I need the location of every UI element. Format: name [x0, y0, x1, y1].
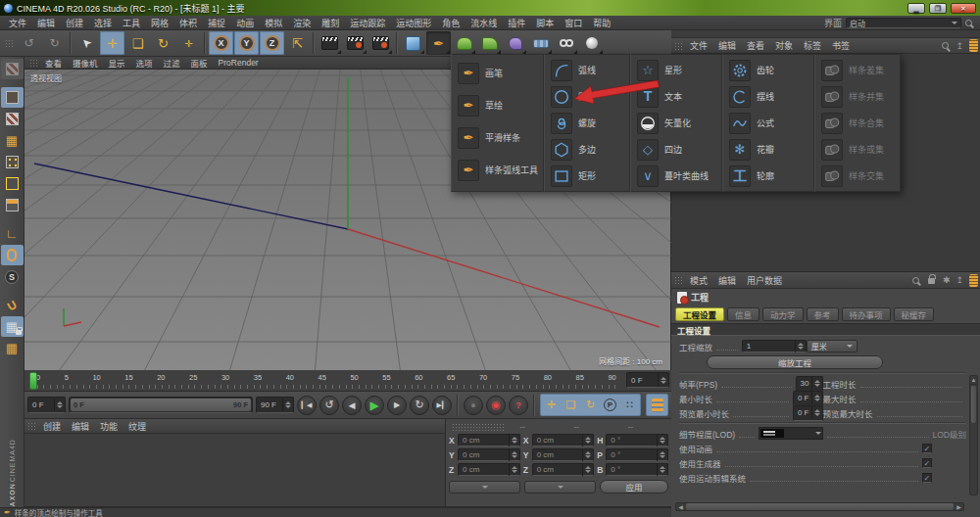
menu-item[interactable]: 网格 — [146, 16, 173, 30]
panel-grip[interactable] — [27, 422, 35, 430]
menu-item[interactable]: 文件 — [4, 16, 31, 30]
position-z-field[interactable]: 0 cm — [458, 463, 520, 476]
use-animation-checkbox[interactable]: ✓ — [922, 444, 932, 453]
menu-item[interactable]: 选择 — [89, 16, 117, 30]
previous-frame-button[interactable]: ◀ — [342, 396, 362, 415]
size-x-field[interactable]: 0 cm — [532, 434, 595, 446]
layout-select[interactable]: 启动 — [846, 18, 961, 28]
menu-item[interactable]: 角色 — [437, 16, 465, 30]
panel-tab-grip[interactable] — [969, 39, 978, 52]
render-settings-button[interactable] — [368, 31, 393, 55]
spinner-arrows-icon[interactable] — [657, 448, 665, 461]
rotation-b-field[interactable]: 0 ° — [606, 463, 668, 476]
next-frame-button[interactable]: ▶ — [387, 396, 407, 415]
tab-dynamics[interactable]: 动力学 — [762, 307, 804, 321]
material-menu-item[interactable]: 功能 — [95, 419, 122, 434]
menu-item[interactable]: 渲染 — [288, 16, 316, 30]
size-header[interactable]: -- — [561, 422, 614, 431]
scale-project-button[interactable]: 缩放工程 — [707, 355, 883, 369]
lod-select[interactable] — [759, 427, 823, 440]
play-button[interactable]: ▶ — [365, 396, 384, 415]
key-parameter-toggle[interactable]: P — [601, 396, 619, 414]
menu-item[interactable]: 编辑 — [32, 16, 60, 30]
menu-item-cycloid[interactable]: 摆线 — [725, 83, 811, 110]
workplane-mode-button[interactable]: ▦ — [1, 130, 24, 151]
menu-item-helix[interactable]: 螺旋 — [547, 110, 627, 136]
coordinate-space-select[interactable] — [524, 481, 596, 494]
toolbar-grip[interactable] — [5, 39, 13, 47]
range-end-spinner[interactable]: 90 F — [256, 397, 294, 413]
enable-axis-button[interactable]: ∟ — [1, 223, 24, 244]
spinner-arrows-icon[interactable] — [54, 399, 63, 411]
key-rotation-toggle[interactable]: ↻ — [581, 396, 600, 414]
environment-button[interactable] — [528, 31, 553, 55]
gear-icon[interactable]: ✱ — [943, 275, 951, 285]
material-menu-item[interactable]: 纹理 — [123, 419, 151, 434]
spinner-arrows-icon[interactable] — [582, 448, 591, 461]
rotation-p-field[interactable]: 0 ° — [606, 448, 668, 461]
generators-button[interactable] — [477, 31, 502, 55]
spinner-arrows-icon[interactable] — [657, 434, 665, 446]
pen-tool-menu-item[interactable]: ✒ 画笔 — [454, 57, 541, 89]
menu-item[interactable]: 插件 — [503, 16, 530, 30]
spinner-arrows-icon[interactable] — [811, 377, 820, 390]
goto-start-button[interactable]: ▎◀ — [297, 396, 317, 415]
panel-grip[interactable] — [674, 42, 682, 50]
pen-tool-menu-item[interactable]: ✒ 草绘 — [454, 89, 541, 121]
object-menu-item[interactable]: 查看 — [742, 38, 769, 53]
keyframe-stack-button[interactable] — [648, 396, 666, 414]
scroll-left-icon[interactable]: ◀ — [676, 503, 685, 510]
panel-grip[interactable] — [674, 276, 682, 284]
menu-item[interactable]: 捕捉 — [203, 16, 230, 30]
coordinate-mode-select[interactable] — [449, 481, 520, 494]
spinner-arrows-icon[interactable] — [282, 399, 291, 411]
panel-grip[interactable] — [29, 59, 37, 67]
tab-info[interactable]: 信息 — [727, 307, 760, 321]
material-menu-item[interactable]: 编辑 — [67, 419, 94, 434]
object-menu-item[interactable]: 编辑 — [713, 38, 741, 53]
menu-item[interactable]: 运动跟踪 — [345, 16, 390, 30]
position-x-field[interactable]: 0 cm — [458, 434, 520, 446]
spinner-arrows-icon[interactable] — [582, 463, 591, 476]
material-list-area[interactable] — [24, 434, 445, 506]
search-icon[interactable] — [912, 277, 919, 284]
object-menu-item[interactable]: 对象 — [770, 38, 798, 53]
spinner-arrows-icon[interactable] — [811, 406, 820, 419]
position-header[interactable]: -- — [506, 422, 560, 431]
key-position-toggle[interactable]: ✛ — [542, 396, 561, 414]
scroll-right-icon[interactable]: ▶ — [955, 503, 963, 510]
current-frame-spinner[interactable]: 0 F — [626, 372, 669, 388]
camera-button[interactable] — [554, 31, 578, 55]
spline-pen-button[interactable]: ✒ — [426, 31, 451, 55]
record-keyframe-button[interactable]: ◉ — [486, 396, 506, 415]
spinner-arrows-icon[interactable] — [795, 340, 804, 352]
render-view-button[interactable] — [318, 31, 342, 55]
points-mode-button[interactable] — [1, 152, 24, 172]
lock-x-axis-button[interactable]: X — [209, 31, 233, 55]
tab-todo[interactable]: 待办事项 — [842, 307, 891, 321]
project-scale-field[interactable]: 1 — [742, 340, 807, 352]
apply-button[interactable]: 应用 — [600, 480, 668, 494]
edges-mode-button[interactable] — [1, 173, 24, 194]
live-selection-button[interactable]: ➤ — [74, 31, 99, 55]
object-menu-item[interactable]: 标签 — [799, 38, 826, 53]
range-start-spinner[interactable]: 0 F — [27, 397, 66, 413]
fps-field[interactable]: 30 — [796, 376, 823, 392]
spinner-arrows-icon[interactable] — [509, 434, 517, 446]
tab-project-settings[interactable]: 工程设置 — [675, 307, 724, 321]
key-pla-toggle[interactable]: ∷ — [620, 396, 639, 414]
search-icon[interactable] — [965, 20, 972, 26]
lock-y-axis-button[interactable]: Y — [234, 31, 259, 55]
spinner-arrows-icon[interactable] — [811, 392, 820, 404]
maximize-button[interactable]: ❐ — [929, 3, 947, 14]
play-backward-button[interactable]: ↺ — [319, 396, 339, 415]
workplane-tools-button[interactable]: ▦ — [1, 338, 24, 358]
object-menu-item[interactable]: 书签 — [827, 38, 855, 53]
material-menu-item[interactable]: 创建 — [38, 419, 66, 434]
scene-browser-icon[interactable]: ↥ — [956, 41, 963, 51]
deformers-button[interactable] — [503, 31, 527, 55]
attribute-menu-item[interactable]: 模式 — [685, 273, 712, 288]
viewport-menu-item[interactable]: 显示 — [104, 56, 130, 70]
viewport-menu-item[interactable]: 查看 — [40, 56, 67, 70]
horizontal-scrollbar[interactable]: ◀ ▶ — [675, 502, 964, 511]
